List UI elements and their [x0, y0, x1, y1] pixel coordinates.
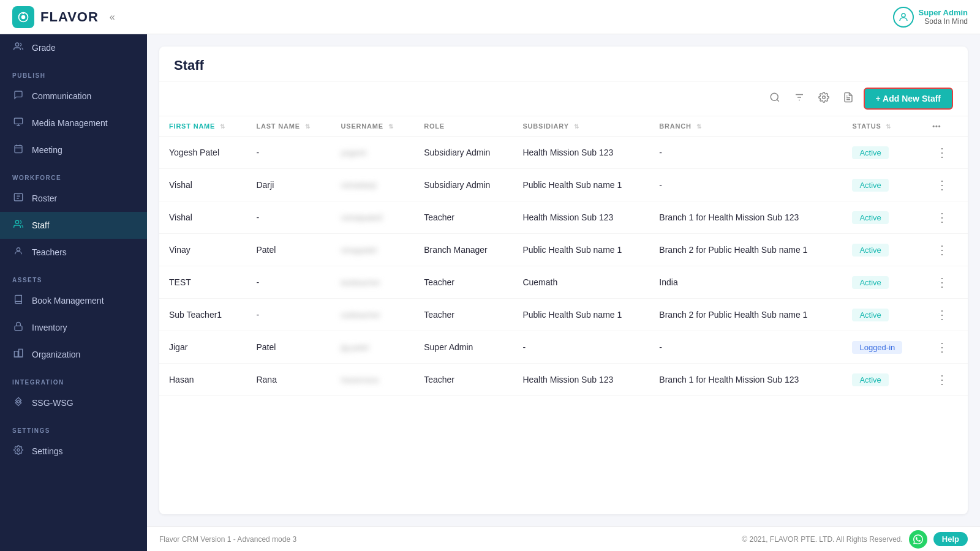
- help-button[interactable]: Help: [933, 532, 968, 546]
- cell-subsidiary: Health Mission Sub 123: [513, 137, 649, 169]
- sidebar-item-organization[interactable]: Organization: [0, 341, 147, 368]
- roster-icon: [12, 192, 24, 204]
- cell-actions[interactable]: ⋮: [922, 234, 968, 266]
- cell-subsidiary: Cuemath: [513, 266, 649, 299]
- table-row: Vinay Patel vinaypatel Branch Manager Pu…: [159, 234, 968, 266]
- cell-actions[interactable]: ⋮: [922, 299, 968, 331]
- col-subsidiary[interactable]: SUBSIDIARY ⇅: [513, 116, 649, 137]
- footer-version: Flavor CRM Version 1 - Advanced mode 3: [159, 535, 296, 544]
- col-actions: •••: [922, 116, 968, 137]
- sidebar-section-integration: INTEGRATION: [0, 368, 147, 389]
- cell-branch: Branch 1 for Health Mission Sub 123: [649, 364, 842, 396]
- status-badge: Active: [852, 211, 888, 224]
- svg-rect-6: [15, 146, 22, 153]
- communication-icon: [12, 90, 24, 102]
- sidebar-item-label: Book Management: [32, 296, 104, 305]
- row-menu-button[interactable]: ⋮: [932, 242, 952, 258]
- cell-role: Super Admin: [414, 331, 513, 364]
- col-role[interactable]: ROLE: [414, 116, 513, 137]
- sidebar-item-inventory[interactable]: Inventory: [0, 314, 147, 341]
- ssg-icon: [12, 397, 24, 409]
- row-menu-button[interactable]: ⋮: [932, 144, 952, 160]
- cell-role: Branch Manager: [414, 234, 513, 266]
- row-menu-button[interactable]: ⋮: [932, 274, 952, 290]
- user-org: Soda In Mind: [919, 17, 968, 26]
- cell-username: testteacher: [331, 266, 415, 299]
- settings-table-button[interactable]: [815, 89, 833, 108]
- sidebar-item-ssg-wsg[interactable]: SSG-WSG: [0, 389, 147, 416]
- cell-actions[interactable]: ⋮: [922, 201, 968, 234]
- topbar-right: Super Admin Soda In Mind: [893, 7, 968, 28]
- collapse-icon[interactable]: «: [110, 12, 115, 23]
- footer-copyright: © 2021, FLAVOR PTE. LTD. All Rights Rese…: [742, 535, 903, 544]
- svg-point-15: [17, 449, 20, 451]
- cell-actions[interactable]: ⋮: [922, 137, 968, 169]
- cell-username: vinaypatel: [331, 234, 415, 266]
- cell-username: vishalpatel2: [331, 201, 415, 234]
- table-row: Vishal - vishalpatel2 Teacher Health Mis…: [159, 201, 968, 234]
- col-first-name[interactable]: FIRST NAME ⇅: [159, 116, 246, 137]
- sidebar-item-book[interactable]: Book Management: [0, 287, 147, 314]
- sidebar-item-teachers[interactable]: Teachers: [0, 239, 147, 266]
- sidebar-section-settings: SETTINGS: [0, 416, 147, 438]
- cell-first-name: TEST: [159, 266, 246, 299]
- cell-actions[interactable]: ⋮: [922, 169, 968, 201]
- sidebar-item-roster[interactable]: Roster: [0, 185, 147, 212]
- cell-branch: India: [649, 266, 842, 299]
- user-name: Super Admin: [919, 8, 968, 17]
- sidebar-section-assets: ASSETS: [0, 266, 147, 287]
- row-menu-button[interactable]: ⋮: [932, 307, 952, 323]
- row-menu-button[interactable]: ⋮: [932, 177, 952, 193]
- svg-point-4: [15, 43, 18, 46]
- cell-last-name: Patel: [246, 234, 331, 266]
- add-staff-button[interactable]: + Add New Staff: [864, 88, 953, 110]
- row-menu-button[interactable]: ⋮: [932, 339, 952, 355]
- cell-role: Teacher: [414, 266, 513, 299]
- cell-actions[interactable]: ⋮: [922, 266, 968, 299]
- whatsapp-button[interactable]: [909, 530, 927, 549]
- filter-button[interactable]: [790, 89, 809, 108]
- status-badge: Active: [852, 276, 888, 289]
- cell-status: Active: [842, 364, 922, 396]
- sidebar-item-label: Media Management: [32, 118, 108, 128]
- cell-subsidiary: -: [513, 331, 649, 364]
- col-status[interactable]: STATUS ⇅: [842, 116, 922, 137]
- cell-first-name: Yogesh Patel: [159, 137, 246, 169]
- export-button[interactable]: [839, 89, 858, 108]
- search-button[interactable]: [766, 89, 784, 108]
- cell-last-name: -: [246, 201, 331, 234]
- sidebar-item-grade[interactable]: Grade: [0, 34, 147, 61]
- sidebar-item-label: Grade: [32, 43, 56, 53]
- sidebar-item-label: SSG-WSG: [32, 398, 74, 408]
- sidebar-item-communication[interactable]: Communication: [0, 83, 147, 110]
- row-menu-button[interactable]: ⋮: [932, 209, 952, 225]
- sidebar-item-meeting[interactable]: Meeting: [0, 137, 147, 163]
- sidebar-item-staff[interactable]: Staff: [0, 212, 147, 239]
- table-row: Sub Teacher1 - subteacher Teacher Public…: [159, 299, 968, 331]
- table-row: Jigar Patel jig-patel Super Admin - - Lo…: [159, 331, 968, 364]
- footer-right: © 2021, FLAVOR PTE. LTD. All Rights Rese…: [742, 530, 968, 549]
- table-header-row: FIRST NAME ⇅ LAST NAME ⇅ USERNAME ⇅: [159, 116, 968, 137]
- staff-table: FIRST NAME ⇅ LAST NAME ⇅ USERNAME ⇅: [159, 116, 968, 396]
- cell-branch: Branch 2 for Public Health Sub name 1: [649, 234, 842, 266]
- settings-icon: [12, 445, 24, 457]
- sidebar-item-media[interactable]: Media Management: [0, 110, 147, 137]
- cell-last-name: Patel: [246, 331, 331, 364]
- svg-point-8: [15, 220, 18, 223]
- svg-rect-5: [14, 118, 22, 124]
- col-username[interactable]: USERNAME ⇅: [331, 116, 415, 137]
- sidebar-item-settings[interactable]: Settings: [0, 438, 147, 465]
- cell-status: Active: [842, 201, 922, 234]
- cell-subsidiary: Health Mission Sub 123: [513, 201, 649, 234]
- col-last-name[interactable]: LAST NAME ⇅: [246, 116, 331, 137]
- cell-actions[interactable]: ⋮: [922, 331, 968, 364]
- table-row: Hasan Rana hasanrana Teacher Health Miss…: [159, 364, 968, 396]
- col-branch[interactable]: BRANCH ⇅: [649, 116, 842, 137]
- cell-actions[interactable]: ⋮: [922, 364, 968, 396]
- cell-first-name: Vishal: [159, 169, 246, 201]
- row-menu-button[interactable]: ⋮: [932, 372, 952, 388]
- cell-status: Active: [842, 234, 922, 266]
- cell-role: Subsidiary Admin: [414, 169, 513, 201]
- cell-status: Active: [842, 137, 922, 169]
- cell-username: vishaldarji: [331, 169, 415, 201]
